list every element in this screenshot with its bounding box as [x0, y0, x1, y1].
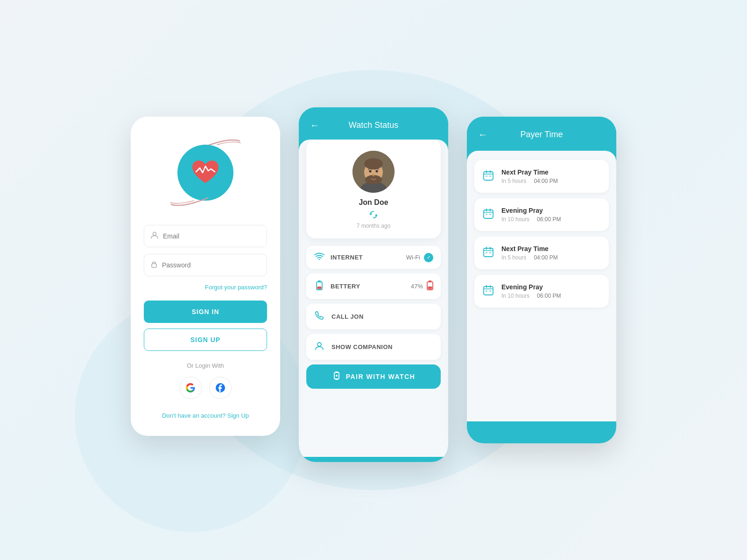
or-login-text: Or Login With	[187, 362, 224, 369]
watch-body: Jon Doe 7 months ago INTERNET Wi-Fi	[299, 140, 448, 457]
svg-point-10	[376, 170, 378, 173]
prayer-item-3[interactable]: Evening Pray In 10 hours 06:00 PM	[474, 275, 609, 308]
svg-point-18	[317, 343, 321, 346]
prayer-hours-3: In 10 hours	[501, 293, 529, 299]
svg-point-11	[319, 259, 320, 260]
prayer-name-3: Evening Pray	[501, 283, 601, 291]
prayer-screen-title: Payer Time	[520, 130, 563, 140]
user-icon	[151, 231, 158, 241]
google-login-button[interactable]	[179, 377, 202, 399]
prayer-back-button[interactable]: ←	[478, 129, 487, 140]
facebook-login-button[interactable]	[209, 377, 232, 399]
prayer-time-2: 04:00 PM	[534, 254, 557, 261]
hand-bottom-icon	[169, 196, 209, 206]
logo-circle	[177, 145, 233, 201]
prayer-item-0[interactable]: Next Pray Time In 5 hours 04:00 PM	[474, 160, 609, 193]
battery-low-icon	[427, 280, 433, 293]
watch-status-screen: ← Watch Status	[299, 107, 448, 462]
calendar-icon-1	[482, 209, 495, 221]
wifi-icon	[314, 252, 325, 262]
svg-rect-34	[489, 214, 491, 215]
svg-point-22	[336, 375, 338, 377]
signup-link[interactable]: Sign Up	[227, 412, 249, 419]
prayer-time-screen: ← Payer Time Next Pray Time In 5 hours	[467, 117, 616, 443]
sign-up-button[interactable]: SIGN UP	[144, 329, 267, 351]
call-jon-label: CALL JON	[331, 313, 364, 320]
battery-icon	[314, 280, 325, 293]
phone-icon	[314, 311, 325, 322]
logo-area	[168, 135, 243, 210]
prayer-info-3: Evening Pray In 10 hours 06:00 PM	[501, 283, 601, 299]
dont-have-account-text: Don't have an account? Sign Up	[162, 412, 249, 419]
svg-point-8	[364, 158, 383, 169]
prayer-sub-1: In 10 hours 06:00 PM	[501, 216, 601, 223]
prayer-body: Next Pray Time In 5 hours 04:00 PM Ev	[467, 151, 616, 421]
svg-rect-29	[484, 210, 493, 218]
prayer-time-1: 06:00 PM	[537, 216, 561, 223]
battery-status-row: BETTERY 47%	[306, 273, 441, 299]
watch-back-button[interactable]: ←	[310, 120, 319, 131]
login-screen: Forgot your password? SIGN IN SIGN UP Or…	[131, 117, 280, 436]
svg-rect-46	[489, 290, 491, 292]
prayer-sub-2: In 5 hours 04:00 PM	[501, 254, 601, 261]
profile-card: Jon Doe 7 months ago	[306, 140, 441, 238]
password-field[interactable]	[144, 254, 267, 276]
calendar-icon-3	[482, 285, 495, 298]
prayer-info-0: Next Pray Time In 5 hours 04:00 PM	[501, 168, 601, 184]
svg-rect-28	[489, 175, 491, 177]
internet-status-dot	[424, 253, 433, 262]
svg-rect-45	[486, 290, 487, 292]
calendar-icon-0	[482, 170, 495, 183]
show-companion-button[interactable]: SHOW COMPANION	[306, 334, 441, 360]
call-jon-button[interactable]: CALL JON	[306, 304, 441, 329]
show-companion-label: SHOW COMPANION	[331, 343, 393, 350]
svg-rect-16	[429, 280, 431, 282]
prayer-name-2: Next Pray Time	[501, 245, 601, 252]
internet-status-row: INTERNET Wi-Fi	[306, 246, 441, 269]
watch-pair-icon	[332, 371, 341, 383]
sync-icon	[369, 210, 378, 221]
prayer-item-1[interactable]: Evening Pray In 10 hours 06:00 PM	[474, 198, 609, 231]
profile-last-sync: 7 months ago	[357, 223, 391, 229]
svg-point-9	[369, 170, 372, 173]
profile-avatar	[352, 151, 395, 193]
lock-icon	[151, 260, 157, 270]
prayer-item-2[interactable]: Next Pray Time In 5 hours 04:00 PM	[474, 237, 609, 269]
prayer-sub-3: In 10 hours 06:00 PM	[501, 293, 601, 299]
svg-rect-27	[486, 175, 487, 177]
svg-rect-17	[428, 287, 432, 289]
sign-in-button[interactable]: SIGN IN	[144, 301, 267, 323]
forgot-password-link[interactable]: Forgot your password?	[144, 283, 267, 291]
prayer-hours-1: In 10 hours	[501, 216, 529, 223]
svg-rect-39	[486, 252, 487, 253]
prayer-name-0: Next Pray Time	[501, 168, 601, 176]
battery-value: 47%	[411, 283, 423, 290]
svg-rect-23	[484, 172, 493, 180]
social-icons-container	[179, 377, 232, 399]
password-input[interactable]	[162, 261, 260, 269]
prayer-time-0: 04:00 PM	[534, 178, 557, 184]
svg-rect-21	[335, 379, 338, 380]
prayer-name-1: Evening Pray	[501, 207, 601, 214]
email-input[interactable]	[163, 232, 260, 240]
pair-label: PAIR WITH WATCH	[346, 373, 416, 380]
battery-label: BETTERY	[331, 283, 411, 290]
prayer-sub-0: In 5 hours 04:00 PM	[501, 178, 601, 184]
prayer-hours-0: In 5 hours	[501, 178, 526, 184]
calendar-icon-2	[482, 247, 495, 259]
watch-header: ← Watch Status	[299, 107, 448, 140]
prayer-time-3: 06:00 PM	[537, 293, 561, 299]
svg-point-0	[153, 232, 156, 236]
watch-screen-title: Watch Status	[349, 120, 398, 130]
prayer-hours-2: In 5 hours	[501, 254, 526, 261]
svg-rect-41	[484, 287, 493, 295]
svg-rect-13	[318, 280, 321, 282]
internet-value: Wi-Fi	[406, 254, 420, 261]
pair-with-watch-button[interactable]: PAIR WITH WATCH	[306, 364, 441, 389]
phones-container: Forgot your password? SIGN IN SIGN UP Or…	[131, 98, 616, 462]
email-field[interactable]	[144, 225, 267, 247]
svg-rect-14	[317, 287, 322, 289]
prayer-header: ← Payer Time	[467, 117, 616, 151]
svg-rect-35	[484, 248, 493, 257]
avatar-svg	[352, 151, 395, 193]
